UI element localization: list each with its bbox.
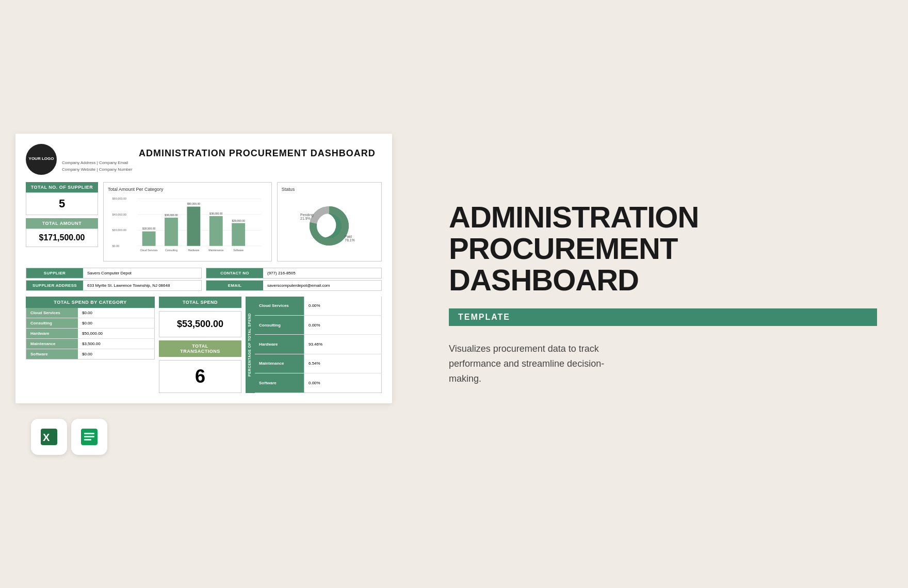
spend-cat-4: Software xyxy=(26,349,78,359)
pct-cat-3: Maintenance xyxy=(255,354,304,373)
svg-rect-8 xyxy=(142,231,156,246)
spend-val-1: $0.00 xyxy=(78,318,154,328)
svg-text:Cloud Services: Cloud Services xyxy=(140,248,158,251)
svg-rect-17 xyxy=(209,216,223,246)
svg-text:$18,500.00: $18,500.00 xyxy=(142,227,156,230)
svg-rect-32 xyxy=(84,439,91,440)
pct-val-1: 0.00% xyxy=(304,316,382,334)
supplier-address-row: SUPPLIER ADDRESS 633 Myrtle St. Lawrence… xyxy=(26,280,202,291)
spend-row-1: Consulting $0.00 xyxy=(26,318,155,329)
svg-text:Software: Software xyxy=(233,248,244,251)
supplier-name-row: SUPPLIER Savers Computer Depot xyxy=(26,268,202,279)
right-title: ADMINISTRATIONPROCUREMENTDASHBOARD xyxy=(449,202,877,296)
pct-val-4: 0.00% xyxy=(304,373,382,392)
left-panel: YOUR LOGO Company Address | Company Emai… xyxy=(0,0,408,588)
logo: YOUR LOGO xyxy=(26,144,57,175)
pct-val-3: 6.54% xyxy=(304,354,382,373)
email-row: EMAIL saverscomputerdepot@email.com xyxy=(206,280,382,291)
spend-title: TOTAL SPEND BY CATEGORY xyxy=(26,297,155,308)
donut-chart-title: Status xyxy=(282,187,377,192)
amount-label: TOTAL AMOUNT xyxy=(26,218,98,228)
donut-area: Pending 21.9% Paid 78.1% xyxy=(282,195,377,257)
total-tx-label: TOTALTRANSACTIONS xyxy=(159,340,241,357)
pct-val-0: 0.00% xyxy=(304,297,382,315)
spend-val-0: $0.00 xyxy=(78,308,154,318)
spend-cat-1: Consulting xyxy=(26,318,78,328)
right-description: Visualizes procurement data to track per… xyxy=(449,341,635,386)
dashboard-card: YOUR LOGO Company Address | Company Emai… xyxy=(15,134,392,403)
spend-val-3: $3,500.00 xyxy=(78,339,154,349)
contact-val: (977) 216-8505 xyxy=(263,268,381,278)
excel-icon: X xyxy=(39,427,59,447)
svg-text:$60,000.00: $60,000.00 xyxy=(112,197,127,200)
supplier-value: 5 xyxy=(26,192,98,215)
svg-text:$20,000.00: $20,000.00 xyxy=(112,228,127,232)
svg-rect-31 xyxy=(84,436,94,437)
svg-rect-14 xyxy=(187,206,200,246)
svg-text:Paid: Paid xyxy=(345,235,352,238)
excel-icon-badge: X xyxy=(31,419,67,455)
svg-text:Maintenance: Maintenance xyxy=(208,248,223,251)
spend-val-4: $0.00 xyxy=(78,349,154,359)
svg-text:$50,000.00: $50,000.00 xyxy=(187,202,201,205)
svg-text:$40,000.00: $40,000.00 xyxy=(112,213,127,216)
pct-row-0: Cloud Services 0.00% xyxy=(255,297,382,316)
bar-chart-box: Total Amount Per Category $60,000.00 $40… xyxy=(103,182,272,262)
template-badge: TEMPLATE xyxy=(449,308,877,326)
bottom-section: TOTAL SPEND BY CATEGORY Cloud Services $… xyxy=(26,297,382,393)
spend-row-0: Cloud Services $0.00 xyxy=(26,308,155,318)
bar-chart: $60,000.00 $40,000.00 $20,000.00 $0.00 $… xyxy=(108,195,267,257)
logo-text: YOUR LOGO xyxy=(29,156,54,161)
spend-cat-2: Hardware xyxy=(26,329,78,338)
email-val: saverscomputerdepot@email.com xyxy=(263,281,381,290)
supplier-address-key: SUPPLIER ADDRESS xyxy=(26,281,83,290)
pct-cat-2: Hardware xyxy=(255,335,304,353)
pct-val-2: 93.46% xyxy=(304,335,382,353)
spend-row-3: Maintenance $3,500.00 xyxy=(26,339,155,349)
pct-header: PERCENTAGE OF TOTAL SPEND xyxy=(246,297,255,393)
bar-chart-svg: $60,000.00 $40,000.00 $20,000.00 $0.00 $… xyxy=(108,195,267,257)
svg-text:$36,000.00: $36,000.00 xyxy=(165,213,178,216)
svg-text:78.1%: 78.1% xyxy=(345,238,355,242)
pct-row-1: Consulting 0.00% xyxy=(255,316,382,335)
company-website: Company Website | Company Number xyxy=(62,166,133,173)
contact-row: CONTACT NO (977) 216-8505 xyxy=(206,268,382,279)
supplier-right: CONTACT NO (977) 216-8505 EMAIL saversco… xyxy=(206,268,382,292)
pct-cat-4: Software xyxy=(255,373,304,392)
amount-value: $171,500.00 xyxy=(26,228,98,247)
svg-rect-20 xyxy=(232,223,245,246)
dashboard-title: ADMINISTRATION PROCUREMENT DASHBOARD xyxy=(133,144,382,159)
pct-row-2: Hardware 93.46% xyxy=(255,335,382,354)
svg-rect-30 xyxy=(84,433,94,434)
donut-chart-box: Status xyxy=(277,182,382,262)
supplier-left: SUPPLIER Savers Computer Depot SUPPLIER … xyxy=(26,268,202,292)
pct-cat-1: Consulting xyxy=(255,316,304,334)
svg-text:X: X xyxy=(43,432,50,443)
total-spend-label: TOTAL SPEND xyxy=(159,297,241,308)
icon-row: X xyxy=(31,419,107,455)
total-tx-value: 6 xyxy=(159,360,241,393)
right-panel: ADMINISTRATIONPROCUREMENTDASHBOARD TEMPL… xyxy=(408,0,908,588)
svg-rect-11 xyxy=(165,217,178,246)
supplier-name-key: SUPPLIER xyxy=(26,268,83,278)
donut-svg-2: Pending 21.9% Paid 78.1% xyxy=(293,198,365,254)
supplier-section: SUPPLIER Savers Computer Depot SUPPLIER … xyxy=(26,268,382,292)
contact-key: CONTACT NO xyxy=(206,268,263,278)
pct-row-3: Maintenance 6.54% xyxy=(255,354,382,373)
company-info: Company Address | Company Email Company … xyxy=(62,144,133,173)
supplier-label: TOTAL NO. OF SUPPLIER xyxy=(26,182,98,192)
total-spend-value: $53,500.00 xyxy=(159,311,241,337)
spend-cat-3: Maintenance xyxy=(26,339,78,349)
svg-text:Hardware: Hardware xyxy=(188,248,199,251)
sheets-icon xyxy=(79,427,100,447)
spend-row-4: Software $0.00 xyxy=(26,349,155,360)
supplier-name-val: Savers Computer Depot xyxy=(83,268,201,278)
spend-row-2: Hardware $50,000.00 xyxy=(26,329,155,339)
pct-table: PERCENTAGE OF TOTAL SPEND Cloud Services… xyxy=(246,297,382,393)
svg-text:21.9%: 21.9% xyxy=(300,217,311,220)
middle-stats: TOTAL SPEND $53,500.00 TOTALTRANSACTIONS… xyxy=(159,297,241,393)
card-header: YOUR LOGO Company Address | Company Emai… xyxy=(26,144,382,175)
spend-table: TOTAL SPEND BY CATEGORY Cloud Services $… xyxy=(26,297,155,393)
svg-text:$29,000.00: $29,000.00 xyxy=(232,219,245,222)
email-key: EMAIL xyxy=(206,281,263,290)
